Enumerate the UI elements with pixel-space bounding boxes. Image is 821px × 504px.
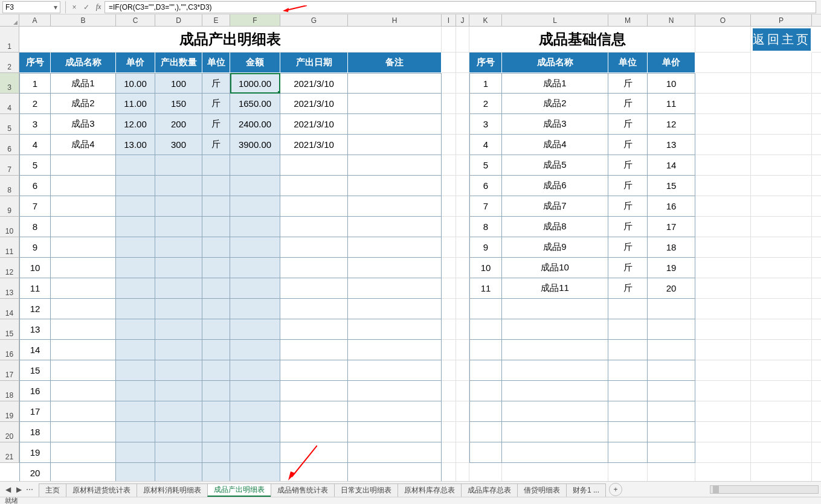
right-price[interactable]: 19	[648, 258, 695, 278]
right-no[interactable]	[469, 381, 502, 401]
left-qty[interactable]: 200	[155, 114, 202, 135]
left-amount[interactable]	[230, 422, 280, 442]
confirm-formula-button[interactable]: ✓	[80, 1, 92, 13]
left-date[interactable]	[280, 258, 348, 278]
left-unit[interactable]	[202, 217, 230, 237]
left-unit[interactable]	[202, 299, 230, 319]
right-no[interactable]: 7	[469, 196, 502, 217]
left-name[interactable]	[51, 401, 116, 422]
left-name[interactable]	[51, 463, 116, 481]
left-no[interactable]: 16	[19, 381, 51, 401]
right-price[interactable]	[648, 299, 695, 319]
left-no[interactable]: 20	[19, 463, 51, 481]
left-remark[interactable]	[348, 176, 442, 196]
left-unit[interactable]	[202, 442, 230, 463]
right-unit[interactable]	[608, 442, 648, 463]
row-header-4[interactable]: 4	[0, 94, 19, 114]
left-price[interactable]	[116, 442, 155, 463]
left-remark[interactable]	[348, 217, 442, 237]
right-price[interactable]: 20	[648, 278, 695, 299]
left-unit[interactable]	[202, 237, 230, 258]
left-remark[interactable]	[348, 155, 442, 176]
column-header-F[interactable]: F	[230, 14, 280, 27]
left-amount[interactable]	[230, 196, 280, 217]
right-price[interactable]: 12	[648, 114, 695, 135]
left-no[interactable]: 3	[19, 114, 51, 135]
left-name[interactable]	[51, 360, 116, 381]
left-no[interactable]: 13	[19, 319, 51, 340]
name-box-caret-icon[interactable]: ▾	[54, 3, 57, 11]
left-qty[interactable]	[155, 381, 202, 401]
right-unit[interactable]: 斤	[608, 196, 648, 217]
scrollbar-thumb[interactable]	[713, 486, 719, 493]
left-name[interactable]: 成品1	[51, 73, 116, 94]
left-amount[interactable]	[230, 463, 280, 481]
return-main-button-inner[interactable]: 返回主页	[753, 28, 811, 51]
left-name[interactable]	[51, 442, 116, 463]
row-header-13[interactable]: 13	[0, 278, 19, 299]
left-date[interactable]: 2021/3/10	[280, 73, 348, 94]
left-amount[interactable]	[230, 360, 280, 381]
left-qty[interactable]	[155, 278, 202, 299]
left-unit[interactable]	[202, 340, 230, 360]
left-remark[interactable]	[348, 381, 442, 401]
left-no[interactable]: 14	[19, 340, 51, 360]
left-remark[interactable]	[348, 401, 442, 422]
row-header-19[interactable]: 19	[0, 401, 19, 422]
left-qty[interactable]	[155, 237, 202, 258]
column-header-O[interactable]: O	[695, 14, 751, 27]
left-price[interactable]	[116, 196, 155, 217]
right-no[interactable]: 6	[469, 176, 502, 196]
left-amount[interactable]: 2400.00	[230, 114, 280, 135]
left-no[interactable]: 5	[19, 155, 51, 176]
left-date[interactable]: 2021/3/10	[280, 94, 348, 114]
cancel-formula-button[interactable]: ×	[68, 1, 80, 13]
right-name[interactable]	[502, 381, 608, 401]
right-unit[interactable]: 斤	[608, 155, 648, 176]
left-name[interactable]	[51, 299, 116, 319]
left-remark[interactable]	[348, 442, 442, 463]
left-date[interactable]	[280, 463, 348, 481]
left-no[interactable]: 12	[19, 299, 51, 319]
sheet-tab-4[interactable]: 成品销售统计表	[271, 483, 335, 497]
right-price[interactable]: 11	[648, 94, 695, 114]
column-header-K[interactable]: K	[469, 14, 502, 27]
select-all-corner[interactable]	[0, 14, 19, 27]
row-header-16[interactable]: 16	[0, 340, 19, 360]
left-no[interactable]: 1	[19, 73, 51, 94]
left-name[interactable]	[51, 278, 116, 299]
column-header-D[interactable]: D	[155, 14, 202, 27]
row-header-3[interactable]: 3	[0, 73, 19, 94]
left-unit[interactable]: 斤	[202, 135, 230, 155]
column-header-E[interactable]: E	[202, 14, 230, 27]
right-name[interactable]: 成品10	[502, 258, 608, 278]
right-name[interactable]: 成品8	[502, 217, 608, 237]
column-header-M[interactable]: M	[608, 14, 648, 27]
row-header-2[interactable]: 2	[0, 53, 19, 73]
left-unit[interactable]	[202, 381, 230, 401]
left-amount[interactable]	[230, 381, 280, 401]
right-name[interactable]: 成品4	[502, 135, 608, 155]
left-qty[interactable]	[155, 319, 202, 340]
right-unit[interactable]	[608, 401, 648, 422]
left-unit[interactable]	[202, 319, 230, 340]
right-unit[interactable]	[608, 340, 648, 360]
left-remark[interactable]	[348, 196, 442, 217]
right-unit[interactable]: 斤	[608, 278, 648, 299]
row-header-11[interactable]: 11	[0, 237, 19, 258]
left-no[interactable]: 7	[19, 196, 51, 217]
right-unit[interactable]: 斤	[608, 94, 648, 114]
right-name[interactable]: 成品11	[502, 278, 608, 299]
left-date[interactable]	[280, 237, 348, 258]
row-header-12[interactable]: 12	[0, 258, 19, 278]
right-name[interactable]: 成品9	[502, 237, 608, 258]
left-unit[interactable]	[202, 176, 230, 196]
row-header-9[interactable]: 9	[0, 196, 19, 217]
left-qty[interactable]	[155, 463, 202, 481]
right-unit[interactable]: 斤	[608, 258, 648, 278]
left-qty[interactable]: 150	[155, 94, 202, 114]
left-remark[interactable]	[348, 319, 442, 340]
right-unit[interactable]: 斤	[608, 237, 648, 258]
left-qty[interactable]: 300	[155, 135, 202, 155]
left-price[interactable]	[116, 401, 155, 422]
